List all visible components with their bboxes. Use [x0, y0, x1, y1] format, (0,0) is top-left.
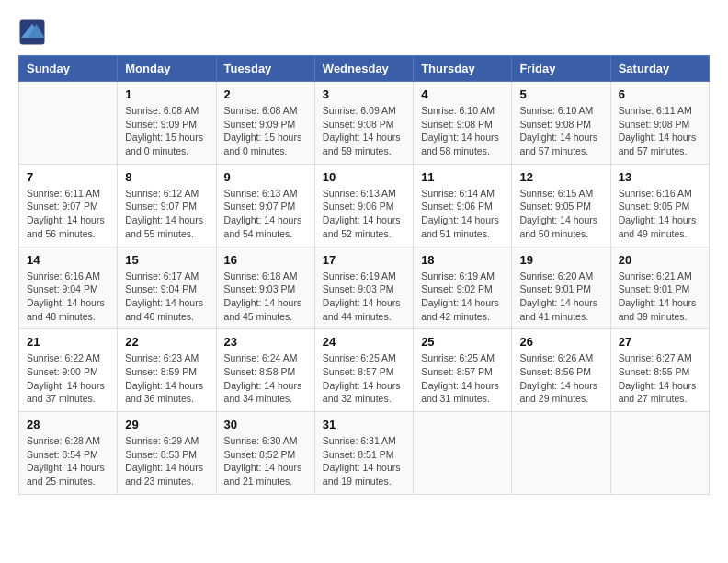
day-info: Sunrise: 6:08 AMSunset: 9:09 PMDaylight:… [224, 104, 307, 158]
day-info: Sunrise: 6:19 AMSunset: 9:02 PMDaylight:… [421, 270, 504, 324]
calendar-cell: 9Sunrise: 6:13 AMSunset: 9:07 PMDaylight… [216, 164, 314, 247]
calendar-cell: 13Sunrise: 6:16 AMSunset: 9:05 PMDayligh… [610, 164, 709, 247]
day-info: Sunrise: 6:30 AMSunset: 8:52 PMDaylight:… [224, 434, 307, 488]
day-info: Sunrise: 6:22 AMSunset: 9:00 PMDaylight:… [27, 351, 109, 406]
day-info: Sunrise: 6:16 AMSunset: 9:04 PMDaylight:… [27, 270, 109, 324]
calendar-cell: 14Sunrise: 6:16 AMSunset: 9:04 PMDayligh… [19, 247, 118, 329]
day-info: Sunrise: 6:21 AMSunset: 9:01 PMDaylight:… [619, 270, 701, 324]
day-number: 19 [519, 253, 602, 267]
day-info: Sunrise: 6:23 AMSunset: 8:59 PMDaylight:… [125, 351, 208, 406]
day-number: 21 [27, 335, 109, 349]
calendar-cell: 15Sunrise: 6:17 AMSunset: 9:04 PMDayligh… [118, 247, 216, 329]
day-number: 10 [323, 170, 405, 184]
calendar-cell [512, 412, 610, 495]
day-info: Sunrise: 6:19 AMSunset: 9:03 PMDaylight:… [323, 270, 405, 324]
day-number: 30 [224, 418, 307, 431]
calendar-cell: 20Sunrise: 6:21 AMSunset: 9:01 PMDayligh… [610, 247, 709, 329]
day-number: 15 [125, 253, 208, 267]
calendar-week-0: 1Sunrise: 6:08 AMSunset: 9:09 PMDaylight… [19, 82, 710, 165]
calendar-week-3: 21Sunrise: 6:22 AMSunset: 9:00 PMDayligh… [19, 329, 710, 412]
day-number: 20 [619, 253, 701, 267]
day-number: 6 [619, 87, 701, 101]
day-info: Sunrise: 6:11 AMSunset: 9:08 PMDaylight:… [619, 104, 701, 158]
day-info: Sunrise: 6:25 AMSunset: 8:57 PMDaylight:… [323, 351, 405, 406]
day-number: 18 [421, 253, 504, 267]
calendar-week-4: 28Sunrise: 6:28 AMSunset: 8:54 PMDayligh… [19, 412, 710, 495]
day-number: 1 [125, 87, 208, 101]
day-number: 5 [519, 87, 602, 101]
day-info: Sunrise: 6:24 AMSunset: 8:58 PMDaylight:… [224, 351, 307, 406]
day-info: Sunrise: 6:11 AMSunset: 9:07 PMDaylight:… [27, 187, 109, 241]
day-number: 24 [323, 335, 405, 349]
calendar-cell: 5Sunrise: 6:10 AMSunset: 9:08 PMDaylight… [512, 82, 610, 165]
calendar-cell: 11Sunrise: 6:14 AMSunset: 9:06 PMDayligh… [414, 164, 512, 247]
calendar-cell: 21Sunrise: 6:22 AMSunset: 9:00 PMDayligh… [19, 329, 118, 412]
calendar-cell: 3Sunrise: 6:09 AMSunset: 9:08 PMDaylight… [314, 82, 413, 165]
logo [18, 18, 50, 46]
day-number: 26 [519, 335, 602, 349]
day-number: 22 [125, 335, 208, 349]
calendar-cell [610, 412, 709, 495]
day-number: 8 [125, 170, 208, 184]
calendar-cell: 31Sunrise: 6:31 AMSunset: 8:51 PMDayligh… [314, 412, 413, 495]
header-monday: Monday [118, 56, 216, 82]
header-tuesday: Tuesday [216, 56, 314, 82]
day-info: Sunrise: 6:31 AMSunset: 8:51 PMDaylight:… [323, 434, 405, 488]
day-number: 4 [421, 87, 504, 101]
day-number: 13 [619, 170, 701, 184]
day-number: 12 [519, 170, 602, 184]
day-number: 23 [224, 335, 307, 349]
calendar-cell: 19Sunrise: 6:20 AMSunset: 9:01 PMDayligh… [512, 247, 610, 329]
calendar-cell: 24Sunrise: 6:25 AMSunset: 8:57 PMDayligh… [314, 329, 413, 412]
calendar-cell: 25Sunrise: 6:25 AMSunset: 8:57 PMDayligh… [414, 329, 512, 412]
calendar-cell: 6Sunrise: 6:11 AMSunset: 9:08 PMDaylight… [610, 82, 709, 165]
day-info: Sunrise: 6:13 AMSunset: 9:07 PMDaylight:… [224, 187, 307, 241]
calendar-cell: 10Sunrise: 6:13 AMSunset: 9:06 PMDayligh… [314, 164, 413, 247]
calendar-cell: 23Sunrise: 6:24 AMSunset: 8:58 PMDayligh… [216, 329, 314, 412]
day-info: Sunrise: 6:16 AMSunset: 9:05 PMDaylight:… [619, 187, 701, 241]
day-number: 7 [27, 170, 109, 184]
calendar-table: SundayMondayTuesdayWednesdayThursdayFrid… [18, 55, 710, 495]
day-number: 25 [421, 335, 504, 349]
day-info: Sunrise: 6:20 AMSunset: 9:01 PMDaylight:… [519, 270, 602, 324]
day-info: Sunrise: 6:14 AMSunset: 9:06 PMDaylight:… [421, 187, 504, 241]
header-wednesday: Wednesday [314, 56, 413, 82]
day-info: Sunrise: 6:08 AMSunset: 9:09 PMDaylight:… [125, 104, 208, 158]
day-info: Sunrise: 6:13 AMSunset: 9:06 PMDaylight:… [323, 187, 405, 241]
day-info: Sunrise: 6:10 AMSunset: 9:08 PMDaylight:… [519, 104, 602, 158]
calendar-week-2: 14Sunrise: 6:16 AMSunset: 9:04 PMDayligh… [19, 247, 710, 329]
day-info: Sunrise: 6:17 AMSunset: 9:04 PMDaylight:… [125, 270, 208, 324]
day-number: 27 [619, 335, 701, 349]
day-number: 14 [27, 253, 109, 267]
day-number: 9 [224, 170, 307, 184]
day-info: Sunrise: 6:29 AMSunset: 8:53 PMDaylight:… [125, 434, 208, 488]
day-number: 16 [224, 253, 307, 267]
calendar-cell: 17Sunrise: 6:19 AMSunset: 9:03 PMDayligh… [314, 247, 413, 329]
calendar-cell [414, 412, 512, 495]
header-sunday: Sunday [19, 56, 118, 82]
day-info: Sunrise: 6:28 AMSunset: 8:54 PMDaylight:… [27, 434, 109, 488]
day-number: 17 [323, 253, 405, 267]
day-info: Sunrise: 6:12 AMSunset: 9:07 PMDaylight:… [125, 187, 208, 241]
header-saturday: Saturday [610, 56, 709, 82]
calendar-week-1: 7Sunrise: 6:11 AMSunset: 9:07 PMDaylight… [19, 164, 710, 247]
day-info: Sunrise: 6:15 AMSunset: 9:05 PMDaylight:… [519, 187, 602, 241]
calendar-cell: 4Sunrise: 6:10 AMSunset: 9:08 PMDaylight… [414, 82, 512, 165]
calendar-cell: 8Sunrise: 6:12 AMSunset: 9:07 PMDaylight… [118, 164, 216, 247]
calendar-cell: 28Sunrise: 6:28 AMSunset: 8:54 PMDayligh… [19, 412, 118, 495]
day-info: Sunrise: 6:09 AMSunset: 9:08 PMDaylight:… [323, 104, 405, 158]
calendar-cell: 29Sunrise: 6:29 AMSunset: 8:53 PMDayligh… [118, 412, 216, 495]
logo-icon [18, 18, 46, 46]
calendar-cell: 26Sunrise: 6:26 AMSunset: 8:56 PMDayligh… [512, 329, 610, 412]
page-header [18, 18, 710, 46]
day-number: 28 [27, 418, 109, 431]
calendar-cell [19, 82, 118, 165]
calendar-cell: 22Sunrise: 6:23 AMSunset: 8:59 PMDayligh… [118, 329, 216, 412]
day-number: 2 [224, 87, 307, 101]
calendar-cell: 12Sunrise: 6:15 AMSunset: 9:05 PMDayligh… [512, 164, 610, 247]
calendar-header-row: SundayMondayTuesdayWednesdayThursdayFrid… [19, 56, 710, 82]
calendar-cell: 30Sunrise: 6:30 AMSunset: 8:52 PMDayligh… [216, 412, 314, 495]
day-number: 31 [323, 418, 405, 431]
header-friday: Friday [512, 56, 610, 82]
calendar-cell: 7Sunrise: 6:11 AMSunset: 9:07 PMDaylight… [19, 164, 118, 247]
